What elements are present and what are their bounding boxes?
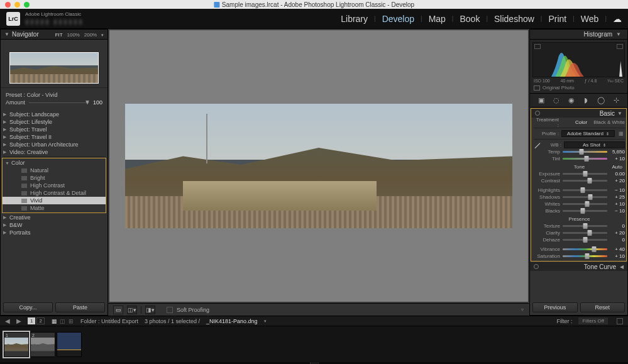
previous-button[interactable]: Previous <box>532 302 578 312</box>
module-book[interactable]: Book <box>460 14 480 24</box>
whites-slider[interactable] <box>563 203 607 205</box>
clarity-value[interactable]: + 20 <box>610 230 625 236</box>
temp-value[interactable]: 5,650 <box>610 149 625 155</box>
contrast-slider[interactable] <box>563 180 607 182</box>
preset-group[interactable]: Video: Creative <box>1 148 107 156</box>
wb-dropdown[interactable]: As Shot⇕ <box>564 141 625 148</box>
filmstrip[interactable]: 1 2 3 <box>0 326 628 362</box>
preset-item[interactable]: Matte <box>3 204 106 212</box>
histogram-header[interactable]: Histogram ▼ <box>530 30 627 40</box>
original-photo-toggle[interactable]: Original Photo <box>532 84 625 91</box>
module-print[interactable]: Print <box>548 14 566 24</box>
heal-tool-icon[interactable]: ◌ <box>552 96 561 105</box>
saturation-value[interactable]: + 10 <box>610 253 625 259</box>
blacks-slider[interactable] <box>563 210 607 212</box>
clarity-slider[interactable] <box>563 232 607 234</box>
tint-value[interactable]: + 10 <box>610 156 625 162</box>
texture-slider[interactable] <box>563 225 607 227</box>
redeye-tool-icon[interactable]: ◉ <box>567 96 576 105</box>
grid-view-icon[interactable]: ▦ <box>52 318 57 324</box>
preset-group[interactable]: Subject: Travel <box>1 126 107 133</box>
preset-amount-slider[interactable] <box>29 102 89 103</box>
profile-browser-icon[interactable]: ▦ <box>617 131 625 136</box>
histogram-graph[interactable] <box>532 42 625 77</box>
panel-toggle-icon[interactable] <box>535 111 540 116</box>
compare-view-icon[interactable]: ◫ <box>60 318 65 324</box>
profile-dropdown[interactable]: Adobe Standard⇕ <box>561 130 615 137</box>
module-web[interactable]: Web <box>581 14 599 24</box>
image-canvas[interactable] <box>109 30 528 302</box>
paste-button[interactable]: Paste <box>55 302 105 312</box>
filter-dropdown[interactable]: Filters Off <box>578 317 608 324</box>
texture-value[interactable]: 0 <box>610 223 625 229</box>
tint-slider[interactable] <box>563 158 607 160</box>
zoom-menu-icon[interactable]: ▾ <box>101 33 104 37</box>
account-name[interactable]: ▮▮▮▮▮ ▮▮▮▮▮▮ <box>25 18 84 26</box>
survey-view-icon[interactable]: ⊞ <box>69 318 74 324</box>
crop-tool-icon[interactable]: ▣ <box>537 96 546 105</box>
shadows-value[interactable]: + 25 <box>610 194 625 200</box>
current-filename[interactable]: _NIK4181-Pano.dng <box>206 318 258 324</box>
preset-group[interactable]: Subject: Lifestyle <box>1 118 107 126</box>
exposure-slider[interactable] <box>563 173 607 175</box>
filmstrip-thumb[interactable]: 3 <box>57 332 82 357</box>
filmstrip-thumb[interactable]: 1 <box>4 332 29 357</box>
preset-group[interactable]: B&W <box>1 221 107 229</box>
before-after-icon[interactable]: ◫▾ <box>127 306 137 314</box>
blacks-value[interactable]: − 10 <box>610 208 625 214</box>
loupe-view-icon[interactable]: ▭ <box>113 306 123 314</box>
vibrance-value[interactable]: + 40 <box>610 246 625 252</box>
nav-forward-icon[interactable]: ▶ <box>16 317 21 324</box>
whites-value[interactable]: + 10 <box>610 201 625 207</box>
preset-group[interactable]: Portraits <box>1 229 107 236</box>
tonecurve-header[interactable]: Tone Curve ◀ <box>530 262 627 271</box>
preset-group-color[interactable]: Color <box>3 159 106 167</box>
masking-tool-icon[interactable]: ◗ <box>581 96 590 105</box>
preset-item[interactable]: Natural <box>3 167 106 174</box>
soft-proofing-checkbox[interactable] <box>167 307 173 313</box>
display-1[interactable]: 1 <box>28 317 35 324</box>
filter-lock-icon[interactable] <box>617 318 623 324</box>
treatment-bw[interactable]: Black & White <box>593 119 625 125</box>
reference-view-icon[interactable]: ◨▾ <box>145 306 155 314</box>
display-2[interactable]: 2 <box>36 317 44 324</box>
module-slideshow[interactable]: Slideshow <box>494 14 534 24</box>
shadows-slider[interactable] <box>563 196 607 198</box>
navigator-preview[interactable] <box>1 40 107 87</box>
preset-group[interactable]: Creative <box>1 214 107 221</box>
white-balance-picker-icon[interactable] <box>534 141 541 149</box>
highlights-value[interactable]: − 10 <box>610 187 625 193</box>
brush-tool-icon[interactable]: ⊹ <box>612 96 620 105</box>
radial-tool-icon[interactable]: ◯ <box>597 96 605 105</box>
minimize-window-icon[interactable] <box>14 2 20 8</box>
preset-item[interactable]: High Contrast <box>3 182 106 189</box>
folder-path[interactable]: Folder : Untitled Export <box>80 318 138 324</box>
temp-slider[interactable] <box>563 151 607 153</box>
nav-back-icon[interactable]: ◀ <box>5 317 10 324</box>
module-library[interactable]: Library <box>341 14 368 24</box>
reset-button[interactable]: Reset <box>580 302 625 312</box>
navigator-header[interactable]: ▼ Navigator FIT 100% 200% ▾ <box>1 30 107 40</box>
auto-button[interactable]: Auto <box>612 164 622 170</box>
preset-item[interactable]: High Contrast & Detail <box>3 189 106 197</box>
highlights-slider[interactable] <box>563 189 607 191</box>
panel-toggle-icon[interactable] <box>534 264 539 269</box>
copy-button[interactable]: Copy... <box>3 302 53 312</box>
module-map[interactable]: Map <box>429 14 446 24</box>
filmstrip-thumb[interactable]: 2 <box>30 332 55 357</box>
filename-menu-icon[interactable]: ▾ <box>264 319 267 324</box>
preset-group[interactable]: Subject: Urban Architecture <box>1 141 107 148</box>
vibrance-slider[interactable] <box>563 248 607 250</box>
zoom-200[interactable]: 200% <box>84 32 97 38</box>
toolbar-collapse-icon[interactable]: ▿ <box>521 307 524 312</box>
contrast-value[interactable]: + 20 <box>610 178 625 184</box>
preset-item[interactable]: Bright <box>3 174 106 182</box>
close-window-icon[interactable] <box>5 2 11 8</box>
exposure-value[interactable]: 0.00 <box>610 171 625 177</box>
module-develop[interactable]: Develop <box>382 14 414 24</box>
treatment-color[interactable]: Color <box>575 119 587 125</box>
dehaze-slider[interactable] <box>563 239 607 241</box>
saturation-slider[interactable] <box>563 255 607 257</box>
preset-group[interactable]: Subject: Landscape <box>1 111 107 118</box>
zoom-fit[interactable]: FIT <box>55 32 63 38</box>
